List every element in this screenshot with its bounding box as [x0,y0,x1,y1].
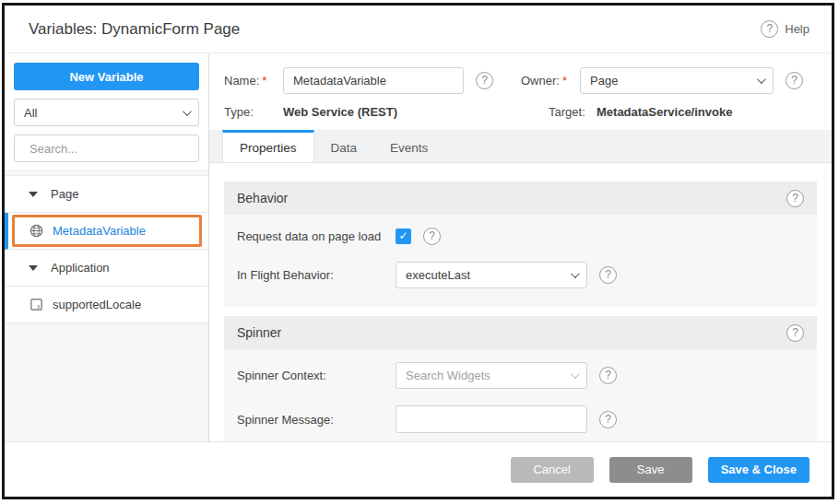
sidebar-controls: New Variable All [5,53,208,170]
help-button[interactable]: ? Help [761,20,809,38]
name-label: Name:* [224,74,283,88]
variable-editor: Name:* ? Owner:* Page ? [209,53,832,441]
tab-events[interactable]: Events [373,130,444,162]
tree-item-label: supportedLocale [53,298,141,311]
variables-tree: Page MetadataVariable [5,175,208,323]
dialog-footer: Cancel Save Save & Close [5,441,832,497]
target-label: Target: [549,105,597,119]
tree-group-application[interactable]: Application [5,250,208,287]
section-title: Behavior [237,191,288,205]
variable-summary: Name:* ? Owner:* Page ? [209,53,832,130]
tree-group-label: Page [51,187,78,201]
required-marker: * [562,74,567,88]
chevron-down-icon [757,75,766,84]
dialog-header: Variables: DynamicForm Page ? Help [5,6,832,53]
svg-text:x: x [37,303,41,310]
spinner-message-field[interactable] [396,405,587,433]
tree-group-label: Application [51,261,110,275]
search-box [14,135,199,162]
chevron-down-icon [571,269,580,278]
spinner-section-header: Spinner ? [224,316,817,349]
name-help-icon[interactable]: ? [476,72,493,89]
inflight-behavior-select[interactable]: executeLast [396,262,587,288]
behavior-help-icon[interactable]: ? [786,190,804,207]
tree-item-supportedlocale[interactable]: x supportedLocale [5,287,208,323]
tree-item-label: MetadataVariable [53,224,146,238]
request-data-label: Request data on page load [237,229,396,243]
spinner-help-icon[interactable]: ? [786,324,804,342]
spinner-context-placeholder: Search Widgets [406,369,490,382]
inflight-behavior-value: executeLast [406,268,470,282]
target-value: MetadataService/invoke [597,105,732,119]
save-button[interactable]: Save [609,457,692,483]
inflight-behavior-help-icon[interactable]: ? [599,266,617,284]
save-close-button[interactable]: Save & Close [708,457,809,483]
web-service-globe-icon [29,224,43,239]
page-title: Variables: DynamicForm Page [29,20,240,39]
owner-select[interactable]: Page [580,67,774,94]
spinner-context-select[interactable]: Search Widgets [396,362,587,389]
help-icon[interactable]: ? [761,20,778,38]
spinner-context-help-icon[interactable]: ? [599,367,617,384]
request-data-checkbox[interactable]: ✓ [396,229,411,244]
owner-label: Owner:* [521,74,580,88]
variables-dialog: Variables: DynamicForm Page ? Help New V… [2,3,834,499]
cancel-button[interactable]: Cancel [511,457,594,483]
behavior-section-body: Request data on page load ✓ ? In Flight … [224,215,817,307]
request-data-help-icon[interactable]: ? [423,228,441,245]
type-label: Type: [224,105,283,119]
editor-tabs: Properties Data Events [209,130,832,163]
spinner-section-body: Spinner Context: Search Widgets ? Spinne… [224,349,817,441]
tree-item-metadatavariable[interactable]: MetadataVariable [5,213,208,250]
spinner-section: Spinner ? Spinner Context: Search Widget… [224,316,817,441]
type-value: Web Service (REST) [283,105,521,119]
tab-properties[interactable]: Properties [222,130,314,162]
caret-down-icon [29,265,38,271]
inflight-behavior-label: In Flight Behavior: [237,268,396,282]
tree-group-page[interactable]: Page [5,176,208,213]
filter-select[interactable]: All [14,99,199,126]
variables-sidebar: New Variable All Page [5,53,209,441]
new-variable-button[interactable]: New Variable [14,63,199,90]
name-field[interactable] [283,67,464,94]
chevron-down-icon [183,107,192,116]
caret-down-icon [29,192,38,197]
owner-select-value: Page [590,74,618,88]
model-variable-icon: x [29,298,43,312]
help-label: Help [785,22,809,36]
owner-help-icon[interactable]: ? [786,72,803,89]
required-marker: * [262,74,266,88]
search-input[interactable] [30,142,192,156]
spinner-message-label: Spinner Message: [237,413,396,427]
section-title: Spinner [237,325,281,340]
properties-content: Behavior ? Request data on page load ✓ ?… [209,163,832,441]
spinner-message-help-icon[interactable]: ? [599,411,617,428]
behavior-section-header: Behavior ? [224,182,817,215]
tab-data[interactable]: Data [314,130,374,162]
spinner-context-label: Spinner Context: [237,369,396,382]
filter-select-value: All [24,106,37,120]
behavior-section: Behavior ? Request data on page load ✓ ?… [224,182,817,307]
chevron-down-icon [571,369,580,379]
